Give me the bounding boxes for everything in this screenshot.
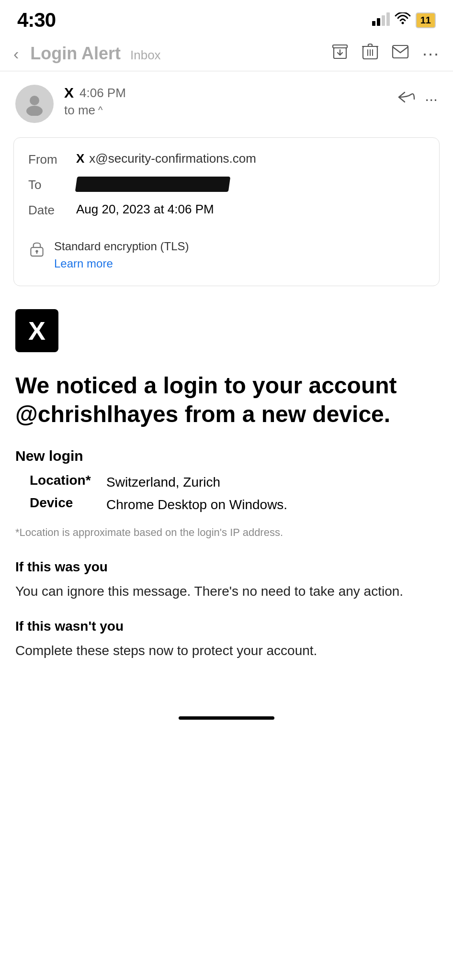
encryption-label: Standard encryption (TLS) (54, 238, 189, 255)
email-main-title: We noticed a login to your account @chri… (15, 371, 438, 429)
inbox-label: Inbox (130, 48, 161, 62)
wifi-icon (395, 12, 411, 28)
device-row: Device Chrome Desktop on Windows. (30, 495, 438, 514)
status-bar: 4:30 11 (0, 0, 453, 36)
signal-bars-icon (372, 14, 390, 26)
email-more-options-icon[interactable]: ··· (425, 90, 438, 108)
from-value: X x@security-confirmations.com (76, 151, 256, 166)
location-value: Switzerland, Zurich (106, 473, 220, 491)
svg-point-10 (30, 96, 39, 105)
svg-point-0 (401, 22, 404, 24)
battery-icon: 11 (416, 12, 436, 28)
to-redacted-value (75, 177, 230, 192)
delete-icon[interactable] (362, 43, 378, 64)
date-value: Aug 20, 2023 at 4:06 PM (76, 202, 214, 217)
encryption-row: Standard encryption (TLS) Learn more (28, 229, 425, 272)
x-logo: X (15, 309, 58, 352)
if-you-title: If this was you (15, 559, 438, 575)
x-logo-text: X (28, 318, 45, 344)
login-details-table: Location* Switzerland, Zurich Device Chr… (30, 473, 438, 514)
email-meta: X 4:06 PM to me ^ (64, 85, 387, 118)
from-row: From X x@security-confirmations.com (28, 151, 425, 167)
email-details-card: From X x@security-confirmations.com To D… (13, 137, 440, 286)
from-email: x@security-confirmations.com (89, 151, 256, 166)
lock-icon (28, 240, 45, 259)
archive-icon[interactable] (331, 43, 349, 64)
device-key: Device (30, 495, 92, 514)
back-button[interactable]: ‹ (13, 45, 19, 63)
svg-rect-9 (393, 45, 408, 58)
reply-icon[interactable] (398, 89, 415, 109)
from-sender-x: X (76, 151, 84, 166)
email-subject-title: Login Alert Inbox (30, 44, 323, 64)
nav-actions: ··· (331, 43, 440, 64)
status-time: 4:30 (17, 9, 56, 32)
svg-point-11 (26, 106, 43, 116)
sender-row: X 4:06 PM (64, 85, 387, 101)
if-not-you-text: Complete these steps now to protect your… (15, 641, 438, 661)
nav-bar: ‹ Login Alert Inbox (0, 36, 453, 71)
new-login-section-title: New login (15, 448, 438, 464)
location-footnote: *Location is approximate based on the lo… (15, 524, 438, 540)
from-label: From (28, 151, 76, 167)
date-label: Date (28, 202, 76, 218)
encryption-text: Standard encryption (TLS) Learn more (54, 238, 189, 272)
sender-avatar (15, 85, 54, 123)
location-row: Location* Switzerland, Zurich (30, 473, 438, 491)
email-header-actions: ··· (398, 85, 438, 109)
email-header: X 4:06 PM to me ^ ··· (0, 71, 453, 133)
recipient-label: to me (64, 103, 95, 118)
sender-name: X (64, 85, 74, 101)
status-icons: 11 (372, 12, 436, 28)
if-not-you-title: If this wasn't you (15, 619, 438, 634)
to-row: To (28, 177, 425, 192)
more-options-icon[interactable]: ··· (422, 44, 440, 64)
if-you-text: You can ignore this message. There's no … (15, 581, 438, 601)
home-indicator (179, 716, 274, 720)
to-label: To (28, 177, 76, 192)
date-row: Date Aug 20, 2023 at 4:06 PM (28, 202, 425, 218)
mail-icon[interactable] (392, 45, 409, 63)
to-value (76, 177, 229, 192)
learn-more-link[interactable]: Learn more (54, 257, 113, 270)
expand-recipients-icon[interactable]: ^ (98, 105, 102, 116)
send-time: 4:06 PM (79, 86, 126, 100)
email-body: X We noticed a login to your account @ch… (0, 300, 453, 707)
recipient-row[interactable]: to me ^ (64, 103, 387, 118)
location-key: Location* (30, 473, 92, 491)
device-value: Chrome Desktop on Windows. (106, 495, 287, 514)
